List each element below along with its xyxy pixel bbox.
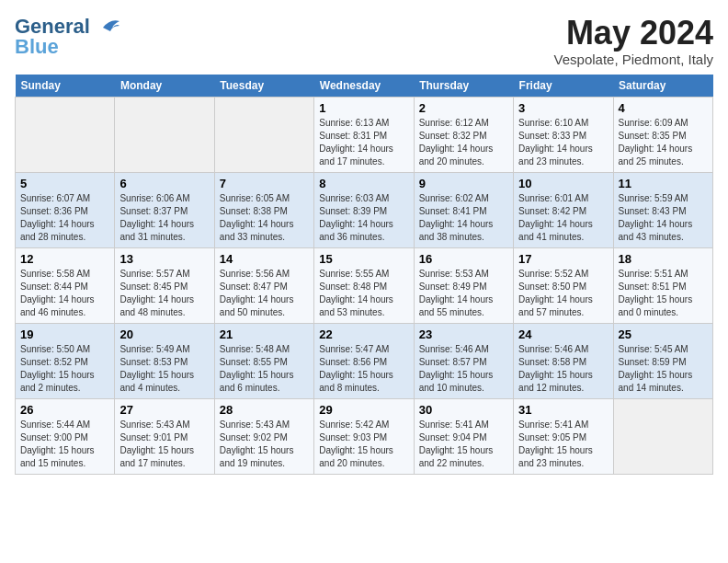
- day-cell: 19Sunrise: 5:50 AMSunset: 8:52 PMDayligh…: [16, 323, 115, 398]
- day-info: Sunrise: 6:13 AMSunset: 8:31 PMDaylight:…: [319, 117, 408, 168]
- header-wednesday: Wednesday: [314, 75, 414, 98]
- day-number: 24: [518, 327, 608, 341]
- day-cell: 18Sunrise: 5:51 AMSunset: 8:51 PMDayligh…: [613, 247, 712, 323]
- day-info: Sunrise: 5:46 AMSunset: 8:58 PMDaylight:…: [518, 343, 608, 395]
- day-cell: [16, 97, 115, 172]
- day-number: 23: [419, 327, 508, 341]
- day-number: 8: [319, 177, 408, 190]
- day-cell: 28Sunrise: 5:43 AMSunset: 9:02 PMDayligh…: [214, 398, 313, 474]
- day-cell: 14Sunrise: 5:56 AMSunset: 8:47 PMDayligh…: [214, 247, 313, 323]
- day-cell: 10Sunrise: 6:01 AMSunset: 8:42 PMDayligh…: [514, 172, 613, 247]
- day-info: Sunrise: 5:50 AMSunset: 8:52 PMDaylight:…: [20, 343, 109, 395]
- day-cell: 25Sunrise: 5:45 AMSunset: 8:59 PMDayligh…: [613, 323, 712, 398]
- day-cell: 16Sunrise: 5:53 AMSunset: 8:49 PMDayligh…: [414, 247, 513, 323]
- day-cell: 29Sunrise: 5:42 AMSunset: 9:03 PMDayligh…: [314, 398, 414, 474]
- day-cell: 26Sunrise: 5:44 AMSunset: 9:00 PMDayligh…: [16, 398, 115, 474]
- day-cell: 7Sunrise: 6:05 AMSunset: 8:38 PMDaylight…: [214, 172, 313, 247]
- day-cell: 23Sunrise: 5:46 AMSunset: 8:57 PMDayligh…: [414, 323, 513, 398]
- day-number: 22: [319, 327, 408, 341]
- day-info: Sunrise: 6:09 AMSunset: 8:35 PMDaylight:…: [619, 117, 708, 168]
- page-header: General Blue May 2024 Vespolate, Piedmon…: [15, 15, 713, 67]
- day-cell: 30Sunrise: 5:41 AMSunset: 9:04 PMDayligh…: [414, 398, 513, 474]
- day-number: 28: [220, 403, 309, 417]
- day-cell: 24Sunrise: 5:46 AMSunset: 8:58 PMDayligh…: [514, 323, 613, 398]
- day-cell: 8Sunrise: 6:03 AMSunset: 8:39 PMDaylight…: [314, 172, 414, 247]
- day-number: 26: [20, 403, 109, 417]
- header-monday: Monday: [115, 75, 214, 98]
- day-info: Sunrise: 6:02 AMSunset: 8:41 PMDaylight:…: [419, 192, 508, 244]
- day-cell: 5Sunrise: 6:07 AMSunset: 8:36 PMDaylight…: [16, 172, 115, 247]
- day-cell: 20Sunrise: 5:49 AMSunset: 8:53 PMDayligh…: [115, 323, 214, 398]
- day-cell: 17Sunrise: 5:52 AMSunset: 8:50 PMDayligh…: [514, 247, 613, 323]
- day-number: 31: [518, 403, 608, 417]
- day-info: Sunrise: 5:45 AMSunset: 8:59 PMDaylight:…: [619, 343, 708, 395]
- day-number: 18: [619, 252, 708, 266]
- day-number: 19: [20, 327, 109, 341]
- day-cell: 2Sunrise: 6:12 AMSunset: 8:32 PMDaylight…: [414, 97, 513, 172]
- day-cell: [115, 97, 214, 172]
- day-info: Sunrise: 5:41 AMSunset: 9:05 PMDaylight:…: [518, 419, 608, 470]
- day-info: Sunrise: 5:43 AMSunset: 9:01 PMDaylight:…: [119, 419, 209, 470]
- calendar-table: SundayMondayTuesdayWednesdayThursdayFrid…: [15, 75, 713, 475]
- day-cell: 27Sunrise: 5:43 AMSunset: 9:01 PMDayligh…: [115, 398, 214, 474]
- day-cell: 15Sunrise: 5:55 AMSunset: 8:48 PMDayligh…: [314, 247, 414, 323]
- location-subtitle: Vespolate, Piedmont, Italy: [554, 52, 713, 67]
- day-number: 30: [419, 403, 508, 417]
- day-number: 15: [319, 252, 408, 266]
- day-info: Sunrise: 5:56 AMSunset: 8:47 PMDaylight:…: [220, 268, 309, 319]
- day-number: 13: [119, 252, 209, 266]
- day-cell: 31Sunrise: 5:41 AMSunset: 9:05 PMDayligh…: [514, 398, 613, 474]
- day-info: Sunrise: 5:51 AMSunset: 8:51 PMDaylight:…: [619, 268, 708, 319]
- day-number: 17: [518, 252, 608, 266]
- day-info: Sunrise: 5:48 AMSunset: 8:55 PMDaylight:…: [220, 343, 309, 395]
- day-info: Sunrise: 5:41 AMSunset: 9:04 PMDaylight:…: [419, 419, 508, 470]
- day-cell: [214, 97, 313, 172]
- day-cell: 13Sunrise: 5:57 AMSunset: 8:45 PMDayligh…: [115, 247, 214, 323]
- day-cell: 22Sunrise: 5:47 AMSunset: 8:56 PMDayligh…: [314, 323, 414, 398]
- day-number: 12: [20, 252, 109, 266]
- day-number: 21: [220, 327, 309, 341]
- day-number: 3: [518, 101, 608, 115]
- day-info: Sunrise: 5:55 AMSunset: 8:48 PMDaylight:…: [319, 268, 408, 319]
- day-info: Sunrise: 5:47 AMSunset: 8:56 PMDaylight:…: [319, 343, 408, 395]
- day-info: Sunrise: 6:03 AMSunset: 8:39 PMDaylight:…: [319, 192, 408, 244]
- day-cell: 12Sunrise: 5:58 AMSunset: 8:44 PMDayligh…: [16, 247, 115, 323]
- day-number: 7: [220, 177, 309, 190]
- day-cell: 1Sunrise: 6:13 AMSunset: 8:31 PMDaylight…: [314, 97, 414, 172]
- day-cell: 11Sunrise: 5:59 AMSunset: 8:43 PMDayligh…: [613, 172, 712, 247]
- header-friday: Friday: [514, 75, 613, 98]
- header-tuesday: Tuesday: [214, 75, 313, 98]
- header-saturday: Saturday: [613, 75, 712, 98]
- day-info: Sunrise: 5:59 AMSunset: 8:43 PMDaylight:…: [619, 192, 708, 244]
- day-cell: 6Sunrise: 6:06 AMSunset: 8:37 PMDaylight…: [115, 172, 214, 247]
- month-title: May 2024: [554, 15, 713, 52]
- day-number: 11: [619, 177, 708, 190]
- week-row-3: 12Sunrise: 5:58 AMSunset: 8:44 PMDayligh…: [16, 247, 713, 323]
- day-info: Sunrise: 5:46 AMSunset: 8:57 PMDaylight:…: [419, 343, 508, 395]
- day-cell: 9Sunrise: 6:02 AMSunset: 8:41 PMDaylight…: [414, 172, 513, 247]
- logo: General Blue: [15, 15, 121, 59]
- day-info: Sunrise: 5:43 AMSunset: 9:02 PMDaylight:…: [220, 419, 309, 470]
- day-info: Sunrise: 5:58 AMSunset: 8:44 PMDaylight:…: [20, 268, 109, 319]
- day-number: 25: [619, 327, 708, 341]
- day-info: Sunrise: 6:05 AMSunset: 8:38 PMDaylight:…: [220, 192, 309, 244]
- day-info: Sunrise: 6:12 AMSunset: 8:32 PMDaylight:…: [419, 117, 508, 168]
- week-row-2: 5Sunrise: 6:07 AMSunset: 8:36 PMDaylight…: [16, 172, 713, 247]
- day-number: 14: [220, 252, 309, 266]
- day-number: 1: [319, 101, 408, 115]
- day-info: Sunrise: 6:01 AMSunset: 8:42 PMDaylight:…: [518, 192, 608, 244]
- day-info: Sunrise: 6:07 AMSunset: 8:36 PMDaylight:…: [20, 192, 109, 244]
- day-info: Sunrise: 5:42 AMSunset: 9:03 PMDaylight:…: [319, 419, 408, 470]
- logo-blue: Blue: [15, 35, 59, 59]
- day-info: Sunrise: 5:53 AMSunset: 8:49 PMDaylight:…: [419, 268, 508, 319]
- day-number: 16: [419, 252, 508, 266]
- day-info: Sunrise: 5:49 AMSunset: 8:53 PMDaylight:…: [119, 343, 209, 395]
- header-sunday: Sunday: [16, 75, 115, 98]
- logo-bird-icon: [94, 17, 121, 37]
- day-number: 6: [119, 177, 209, 190]
- day-number: 29: [319, 403, 408, 417]
- day-info: Sunrise: 6:06 AMSunset: 8:37 PMDaylight:…: [119, 192, 209, 244]
- day-info: Sunrise: 5:52 AMSunset: 8:50 PMDaylight:…: [518, 268, 608, 319]
- week-row-1: 1Sunrise: 6:13 AMSunset: 8:31 PMDaylight…: [16, 97, 713, 172]
- day-number: 5: [20, 177, 109, 190]
